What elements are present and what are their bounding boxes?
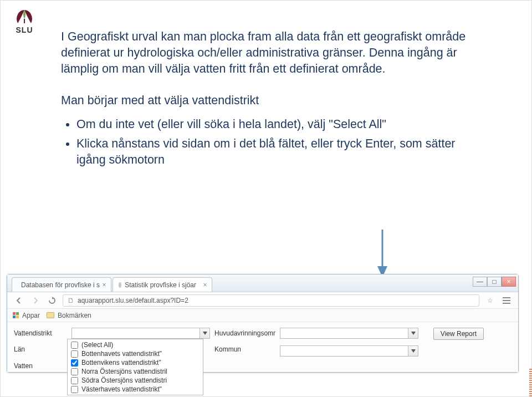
scrollbar[interactable] [529,369,532,397]
browser-tab[interactable]: Databasen för provfiske i s × [12,277,111,292]
url-input[interactable]: 🗋 aquarapport.slu.se/default.aspx?ID=2 [63,294,479,307]
svg-marker-9 [411,349,416,353]
chevron-down-icon[interactable] [408,328,418,338]
option-checkbox[interactable] [71,350,78,358]
dropdown-option[interactable]: (Select All) [68,340,203,349]
forward-button[interactable] [29,294,42,307]
svg-rect-0 [24,19,25,23]
bullet-item: Klicka nånstans vid sidan om i det blå f… [76,136,482,168]
vattendistrikt-dropdown-panel[interactable]: (Select All) Bottenhavets vattendistrikt… [67,339,203,395]
apps-label: Appar [22,312,40,319]
dropdown-option[interactable]: Västerhavets vattendistrikt" [68,385,203,394]
dropdown-option[interactable]: Norra Östersjöns vattendistril [68,367,203,376]
logo-text: SLU [16,26,33,34]
huvudavrinningsomr-label: Huvudavrinningsomr [214,328,275,337]
logo: SLU [14,8,34,34]
close-icon[interactable]: × [101,282,108,288]
tab-label: Statistik provfiske i sjöar [125,281,196,289]
option-checkbox[interactable] [71,377,78,384]
chevron-down-icon[interactable] [408,346,418,356]
bookmark-star-icon[interactable]: ☆ [484,297,496,304]
maximize-button[interactable]: □ [487,277,502,287]
bookmarks-label: Bokmärken [58,312,91,319]
bullet-list: Om du inte vet (eller vill söka i hela l… [76,116,482,168]
option-checkbox[interactable] [71,342,78,349]
window-close-button[interactable]: × [502,277,516,287]
minimize-button[interactable]: — [473,277,487,287]
vattendistrikt-label: Vattendistrikt [14,328,67,337]
arrow-icon [376,228,389,278]
svg-rect-4 [503,297,510,298]
page-icon: 🗋 [68,297,74,304]
vattendistrikt-select[interactable] [71,328,210,339]
svg-rect-5 [503,300,510,301]
paragraph-1: I Geografiskt urval kan man plocka fram … [61,29,482,77]
menu-button[interactable] [500,294,513,307]
view-report-button[interactable]: View Report [433,328,484,340]
tab-label: Databasen för provfiske i s [21,281,100,289]
folder-icon [47,312,54,318]
browser-tab[interactable]: Statistik provfiske i sjöar × [112,277,212,292]
huvudavrinningsomr-select[interactable] [280,328,418,339]
svg-marker-7 [203,332,207,335]
back-button[interactable] [13,294,25,307]
report-form: Vattendistrikt Huvudavrinningsomr View R… [7,322,518,372]
window-controls: — □ × [473,277,516,287]
svg-rect-6 [503,303,510,304]
kommun-label: Kommun [214,340,275,353]
option-checkbox[interactable] [71,368,78,375]
close-icon[interactable]: × [202,282,208,288]
paragraph-2: Man börjar med att välja vattendistrikt [61,93,482,109]
dropdown-option[interactable]: Bottenvikens vattendistrikt" [68,358,203,367]
chevron-down-icon[interactable] [200,328,209,338]
option-checkbox[interactable] [71,359,78,367]
dropdown-option[interactable]: Bottenhavets vattendistrikt" [68,349,203,358]
bullet-item: Om du inte vet (eller vill söka i hela l… [76,116,482,133]
svg-marker-8 [411,332,416,335]
apps-button[interactable]: Appar [13,312,40,319]
option-checkbox[interactable] [71,386,78,393]
slide-body: I Geografiskt urval kan man plocka fram … [61,29,482,171]
tab-strip: Databasen för provfiske i s × Statistik … [7,274,518,292]
lan-label: Län [14,340,67,353]
browser-window: Databasen för provfiske i s × Statistik … [7,274,519,373]
kommun-select[interactable] [280,345,418,357]
address-bar: 🗋 aquarapport.slu.se/default.aspx?ID=2 ☆ [7,292,518,309]
reload-button[interactable] [46,294,58,307]
tab-favicon [119,282,121,288]
logo-icon [14,8,34,24]
url-text: aquarapport.slu.se/default.aspx?ID=2 [78,297,188,304]
bookmarks-folder[interactable]: Bokmärken [47,312,91,319]
vatten-label: Vatten [14,357,67,370]
bookmark-bar: Appar Bokmärken [7,309,518,322]
dropdown-option[interactable]: Södra Östersjöns vattendistri [68,376,203,385]
apps-icon [13,312,19,318]
